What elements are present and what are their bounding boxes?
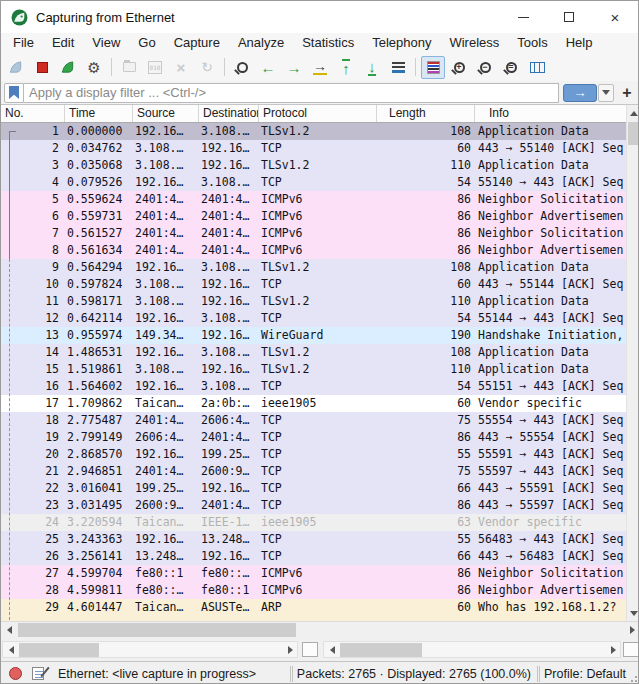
go-forward-button[interactable]: → xyxy=(282,56,306,79)
maximize-button[interactable] xyxy=(546,1,592,33)
add-filter-button[interactable]: + xyxy=(618,83,636,103)
capture-comment-icon[interactable] xyxy=(32,667,44,680)
packet-row[interactable]: 202.868570192.16…199.25…TCP5555591 → 443… xyxy=(1,446,626,463)
menu-statistics[interactable]: Statistics xyxy=(293,33,363,53)
close-file-icon: × xyxy=(177,60,186,75)
resize-columns-button[interactable] xyxy=(525,56,549,79)
packet-list-header[interactable]: No.TimeSourceDestinationProtocolLengthIn… xyxy=(1,105,626,123)
menu-file[interactable]: File xyxy=(4,33,43,53)
packet-row[interactable]: 141.486531192.16…3.108.…TLSv1.2108Applic… xyxy=(1,344,626,361)
cell-proto: ieee1905 xyxy=(259,514,377,531)
restart-capture-button[interactable] xyxy=(56,56,80,79)
expert-info-icon[interactable] xyxy=(9,667,22,680)
cell-proto: ICMPv6 xyxy=(259,582,377,599)
zoom-in-button[interactable]: + xyxy=(447,56,471,79)
packet-row[interactable]: 120.642114192.16…3.108.…TCP5455144 → 443… xyxy=(1,310,626,327)
apply-filter-button[interactable]: → xyxy=(563,84,597,102)
scroll-right-button[interactable] xyxy=(624,622,639,638)
packet-row[interactable]: 233.0314952600:9…2401:4…TCP86443 → 55597… xyxy=(1,497,626,514)
packet-row[interactable]: 151.5198613.108.…192.16…TLSv1.2110Applic… xyxy=(1,361,626,378)
packet-row[interactable]: 70.5615272401:4…2401:4…ICMPv686Neighbor … xyxy=(1,225,626,242)
scroll-up-button[interactable] xyxy=(627,105,639,121)
stop-capture-button[interactable] xyxy=(30,56,54,79)
column-header-info[interactable]: Info xyxy=(475,105,626,122)
go-last-packet-button[interactable]: ↓ xyxy=(360,56,384,79)
menu-edit[interactable]: Edit xyxy=(43,33,83,53)
packet-row[interactable]: 223.016041199.25…192.16…TCP66443 → 55591… xyxy=(1,480,626,497)
packet-row[interactable]: 253.243363192.16…13.248…TCP5556483 → 443… xyxy=(1,531,626,548)
bytes-scroll-right-button[interactable] xyxy=(605,642,621,658)
menu-telephony[interactable]: Telephony xyxy=(363,33,440,53)
packet-row[interactable]: 60.5597312401:4…2401:4…ICMPv686Neighbor … xyxy=(1,208,626,225)
arrow-right-icon xyxy=(630,626,635,634)
menu-help[interactable]: Help xyxy=(557,33,602,53)
packet-row[interactable]: 243.220594Taican…IEEE-1…ieee190563Vendor… xyxy=(1,514,626,531)
packet-row[interactable]: 284.599811fe80::…fe80::1ICMPv686Neighbor… xyxy=(1,582,626,599)
packet-row[interactable]: 10.000000192.16…3.108.…TLSv1.2108Applica… xyxy=(1,123,626,140)
packet-row[interactable]: 50.5596242401:4…2401:4…ICMPv686Neighbor … xyxy=(1,191,626,208)
capture-options-button[interactable]: ⚙ xyxy=(82,56,106,79)
packet-row[interactable]: 212.9468512401:4…2600:9…TCP7555597 → 443… xyxy=(1,463,626,480)
packet-row[interactable]: 171.709862Taican…2a:0b:…ieee190560Vendor… xyxy=(1,395,626,412)
packet-row[interactable]: 192.7991492606:4…2401:4…TCP86443 → 55554… xyxy=(1,429,626,446)
vertical-scrollbar[interactable] xyxy=(626,105,639,621)
go-to-packet-button[interactable]: → xyxy=(308,56,332,79)
menu-view[interactable]: View xyxy=(83,33,129,53)
horizontal-scroll-thumb[interactable] xyxy=(18,623,296,637)
bytes-pane-scrollbar[interactable] xyxy=(323,641,621,658)
scroll-down-button[interactable] xyxy=(627,605,639,621)
packet-row[interactable]: 294.601447Taican…ASUSTe…ARP60Who has 192… xyxy=(1,599,626,616)
zoom-in-icon: + xyxy=(454,62,465,73)
packet-row[interactable]: 130.955974149.34…192.16…WireGuard190Hand… xyxy=(1,327,626,344)
column-header-no[interactable]: No. xyxy=(1,105,65,122)
column-header-time[interactable]: Time xyxy=(65,105,133,122)
filter-history-dropdown[interactable] xyxy=(598,84,614,102)
packet-row[interactable]: 80.5616342401:4…2401:4…ICMPv686Neighbor … xyxy=(1,242,626,259)
packet-row[interactable]: 182.7754872401:4…2606:4…TCP7555554 → 443… xyxy=(1,412,626,429)
resize-columns-icon xyxy=(530,62,545,73)
cell-proto: TCP xyxy=(259,412,377,429)
resize-grip[interactable] xyxy=(628,673,638,683)
packet-row[interactable]: 110.5981713.108.…192.16…TLSv1.2110Applic… xyxy=(1,293,626,310)
minimize-button[interactable] xyxy=(500,1,546,33)
colorize-packets-button[interactable] xyxy=(421,56,445,79)
profile-text[interactable]: Profile: Default xyxy=(544,667,626,681)
filter-bookmark-button[interactable] xyxy=(4,83,24,103)
horizontal-scrollbar[interactable] xyxy=(1,621,639,638)
packet-row[interactable]: 100.5978243.108.…192.16…TCP60443 → 55144… xyxy=(1,276,626,293)
zoom-out-button[interactable]: − xyxy=(473,56,497,79)
packet-row[interactable]: 40.079526192.16…3.108.…TCP5455140 → 443 … xyxy=(1,174,626,191)
menu-analyze[interactable]: Analyze xyxy=(229,33,293,53)
packet-row[interactable]: 161.564602192.16…3.108.…TCP5455151 → 443… xyxy=(1,378,626,395)
details-scroll-thumb[interactable] xyxy=(19,643,99,657)
go-first-packet-button[interactable]: ↑ xyxy=(334,56,358,79)
packet-row[interactable]: 30.0350683.108.…192.16…TLSv1.2110Applica… xyxy=(1,157,626,174)
auto-scroll-button[interactable] xyxy=(386,56,410,79)
column-header-source[interactable]: Source xyxy=(133,105,199,122)
vertical-scroll-thumb[interactable] xyxy=(628,122,639,145)
menu-wireless[interactable]: Wireless xyxy=(440,33,508,53)
menu-tools[interactable]: Tools xyxy=(508,33,556,53)
packet-row[interactable]: 20.0347623.108.…192.16…TCP60443 → 55140 … xyxy=(1,140,626,157)
details-scroll-right-button[interactable] xyxy=(282,642,298,658)
scroll-left-button[interactable] xyxy=(1,622,17,638)
details-pane-scrollbar[interactable] xyxy=(2,641,298,658)
packet-row[interactable]: 263.25614113.248…192.16…TCP66443 → 56483… xyxy=(1,548,626,565)
menu-go[interactable]: Go xyxy=(129,33,164,53)
packet-row[interactable]: 90.564294192.16…3.108.…TLSv1.2108Applica… xyxy=(1,259,626,276)
go-back-button[interactable]: ← xyxy=(256,56,280,79)
details-scroll-left-button[interactable] xyxy=(3,642,19,658)
cell-info: Vendor specific xyxy=(475,514,626,531)
column-header-protocol[interactable]: Protocol xyxy=(259,105,377,122)
cell-src: 192.16… xyxy=(133,531,199,548)
packet-row[interactable]: 274.599704fe80::1fe80::…ICMPv686Neighbor… xyxy=(1,565,626,582)
bytes-scroll-left-button[interactable] xyxy=(324,642,340,658)
bytes-scroll-thumb[interactable] xyxy=(340,643,422,657)
column-header-destination[interactable]: Destination xyxy=(199,105,259,122)
find-packet-button[interactable] xyxy=(230,56,254,79)
zoom-normal-button[interactable]: = xyxy=(499,56,523,79)
column-header-length[interactable]: Length xyxy=(377,105,475,122)
menu-capture[interactable]: Capture xyxy=(165,33,229,53)
display-filter-input[interactable]: Apply a display filter ... <Ctrl-/> xyxy=(24,83,559,103)
close-button[interactable]: × xyxy=(592,1,638,33)
